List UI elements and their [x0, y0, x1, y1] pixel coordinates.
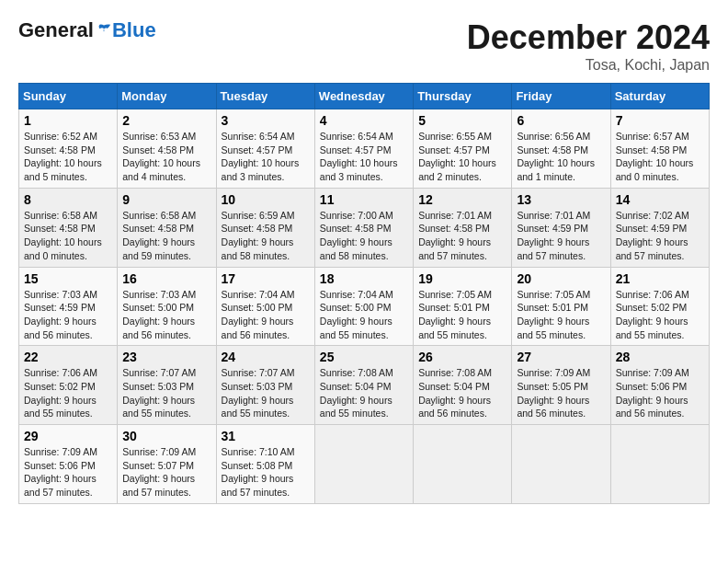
page-header: General Blue December 2024 Tosa, Kochi, …: [18, 18, 710, 74]
calendar-cell: 22Sunrise: 7:06 AMSunset: 5:02 PMDayligh…: [19, 346, 118, 425]
calendar-cell: 24Sunrise: 7:07 AMSunset: 5:03 PMDayligh…: [216, 346, 314, 425]
day-info: Sunrise: 6:55 AMSunset: 4:57 PMDaylight:…: [418, 130, 506, 184]
day-info: Sunrise: 6:54 AMSunset: 4:57 PMDaylight:…: [222, 130, 310, 184]
day-info: Sunrise: 7:03 AMSunset: 4:59 PMDaylight:…: [24, 288, 112, 342]
day-number: 22: [24, 350, 112, 364]
calendar-cell: 26Sunrise: 7:08 AMSunset: 5:04 PMDayligh…: [414, 346, 512, 425]
calendar-cell: 9Sunrise: 6:58 AMSunset: 4:58 PMDaylight…: [118, 188, 216, 267]
day-number: 26: [418, 350, 506, 364]
calendar-cell: 6Sunrise: 6:56 AMSunset: 4:58 PMDaylight…: [512, 109, 610, 189]
day-number: 18: [320, 271, 408, 286]
day-number: 9: [122, 192, 210, 207]
calendar-cell: 16Sunrise: 7:03 AMSunset: 5:00 PMDayligh…: [118, 267, 216, 346]
day-info: Sunrise: 7:02 AMSunset: 4:59 PMDaylight:…: [616, 209, 704, 263]
day-number: 16: [122, 271, 210, 286]
day-number: 2: [122, 113, 210, 128]
day-number: 11: [320, 192, 408, 207]
day-number: 31: [222, 429, 310, 443]
day-number: 27: [517, 350, 605, 364]
day-number: 4: [320, 113, 408, 128]
day-info: Sunrise: 7:09 AMSunset: 5:07 PMDaylight:…: [122, 445, 210, 500]
calendar-cell: 1Sunrise: 6:52 AMSunset: 4:58 PMDaylight…: [19, 109, 118, 189]
calendar-cell: 27Sunrise: 7:09 AMSunset: 5:05 PMDayligh…: [512, 346, 610, 425]
calendar-cell: 20Sunrise: 7:05 AMSunset: 5:01 PMDayligh…: [512, 267, 610, 346]
day-number: 6: [517, 113, 605, 128]
day-info: Sunrise: 6:54 AMSunset: 4:57 PMDaylight:…: [320, 130, 408, 184]
logo-blue: Blue: [112, 18, 156, 42]
day-info: Sunrise: 6:58 AMSunset: 4:58 PMDaylight:…: [24, 209, 112, 263]
day-number: 10: [222, 192, 310, 207]
logo-bird-icon: [96, 22, 112, 39]
day-number: 20: [517, 271, 605, 286]
calendar-cell: 30Sunrise: 7:09 AMSunset: 5:07 PMDayligh…: [118, 425, 216, 504]
calendar-cell: [512, 425, 610, 504]
calendar-row: 22Sunrise: 7:06 AMSunset: 5:02 PMDayligh…: [19, 346, 710, 425]
day-number: 13: [517, 192, 605, 207]
calendar-row: 8Sunrise: 6:58 AMSunset: 4:58 PMDaylight…: [19, 188, 710, 267]
day-number: 21: [616, 271, 704, 286]
day-info: Sunrise: 7:03 AMSunset: 5:00 PMDaylight:…: [122, 288, 210, 342]
day-info: Sunrise: 6:53 AMSunset: 4:58 PMDaylight:…: [122, 130, 210, 184]
day-number: 3: [222, 113, 310, 128]
calendar-cell: 3Sunrise: 6:54 AMSunset: 4:57 PMDaylight…: [216, 109, 314, 189]
calendar-cell: [314, 425, 413, 504]
weekday-header-monday: Monday: [118, 84, 216, 109]
location: Tosa, Kochi, Japan: [467, 57, 710, 74]
calendar-cell: 12Sunrise: 7:01 AMSunset: 4:58 PMDayligh…: [414, 188, 512, 267]
day-info: Sunrise: 7:04 AMSunset: 5:00 PMDaylight:…: [320, 288, 408, 342]
day-info: Sunrise: 7:01 AMSunset: 4:59 PMDaylight:…: [517, 209, 605, 263]
calendar-cell: 8Sunrise: 6:58 AMSunset: 4:58 PMDaylight…: [19, 188, 118, 267]
day-info: Sunrise: 7:08 AMSunset: 5:04 PMDaylight:…: [418, 366, 506, 420]
day-number: 8: [24, 192, 112, 207]
day-info: Sunrise: 6:57 AMSunset: 4:58 PMDaylight:…: [616, 130, 704, 184]
day-info: Sunrise: 7:00 AMSunset: 4:58 PMDaylight:…: [320, 209, 408, 263]
logo-general: General: [18, 18, 94, 42]
calendar-header-row: SundayMondayTuesdayWednesdayThursdayFrid…: [19, 84, 710, 109]
title-block: December 2024 Tosa, Kochi, Japan: [467, 18, 710, 74]
day-info: Sunrise: 7:06 AMSunset: 5:02 PMDaylight:…: [616, 288, 704, 342]
calendar-cell: 17Sunrise: 7:04 AMSunset: 5:00 PMDayligh…: [216, 267, 314, 346]
day-number: 29: [24, 429, 112, 443]
day-number: 19: [418, 271, 506, 286]
calendar-cell: 18Sunrise: 7:04 AMSunset: 5:00 PMDayligh…: [314, 267, 413, 346]
day-info: Sunrise: 7:09 AMSunset: 5:06 PMDaylight:…: [616, 366, 704, 420]
calendar-cell: 13Sunrise: 7:01 AMSunset: 4:59 PMDayligh…: [512, 188, 610, 267]
day-info: Sunrise: 6:59 AMSunset: 4:58 PMDaylight:…: [222, 209, 310, 263]
logo: General Blue: [18, 18, 156, 42]
calendar-cell: 5Sunrise: 6:55 AMSunset: 4:57 PMDaylight…: [414, 109, 512, 189]
calendar-cell: 31Sunrise: 7:10 AMSunset: 5:08 PMDayligh…: [216, 425, 314, 504]
day-info: Sunrise: 6:56 AMSunset: 4:58 PMDaylight:…: [517, 130, 605, 184]
day-number: 30: [122, 429, 210, 443]
calendar-table: SundayMondayTuesdayWednesdayThursdayFrid…: [18, 83, 710, 504]
calendar-cell: 7Sunrise: 6:57 AMSunset: 4:58 PMDaylight…: [610, 109, 709, 189]
day-number: 25: [320, 350, 408, 364]
calendar-cell: 19Sunrise: 7:05 AMSunset: 5:01 PMDayligh…: [414, 267, 512, 346]
day-info: Sunrise: 7:07 AMSunset: 5:03 PMDaylight:…: [122, 366, 210, 420]
day-info: Sunrise: 7:08 AMSunset: 5:04 PMDaylight:…: [320, 366, 408, 420]
calendar-cell: 4Sunrise: 6:54 AMSunset: 4:57 PMDaylight…: [314, 109, 413, 189]
day-info: Sunrise: 7:05 AMSunset: 5:01 PMDaylight:…: [517, 288, 605, 342]
calendar-cell: 28Sunrise: 7:09 AMSunset: 5:06 PMDayligh…: [610, 346, 709, 425]
month-title: December 2024: [467, 18, 710, 57]
day-info: Sunrise: 7:05 AMSunset: 5:01 PMDaylight:…: [418, 288, 506, 342]
day-number: 7: [616, 113, 704, 128]
weekday-header-tuesday: Tuesday: [216, 84, 314, 109]
calendar-cell: 15Sunrise: 7:03 AMSunset: 4:59 PMDayligh…: [19, 267, 118, 346]
calendar-cell: 10Sunrise: 6:59 AMSunset: 4:58 PMDayligh…: [216, 188, 314, 267]
weekday-header-sunday: Sunday: [19, 84, 118, 109]
day-number: 12: [418, 192, 506, 207]
weekday-header-thursday: Thursday: [414, 84, 512, 109]
calendar-cell: 2Sunrise: 6:53 AMSunset: 4:58 PMDaylight…: [118, 109, 216, 189]
calendar-cell: [610, 425, 709, 504]
day-info: Sunrise: 7:06 AMSunset: 5:02 PMDaylight:…: [24, 366, 112, 420]
day-info: Sunrise: 7:07 AMSunset: 5:03 PMDaylight:…: [222, 366, 310, 420]
weekday-header-friday: Friday: [512, 84, 610, 109]
calendar-row: 29Sunrise: 7:09 AMSunset: 5:06 PMDayligh…: [19, 425, 710, 504]
day-number: 1: [24, 113, 112, 128]
day-number: 14: [616, 192, 704, 207]
day-info: Sunrise: 6:52 AMSunset: 4:58 PMDaylight:…: [24, 130, 112, 184]
day-number: 15: [24, 271, 112, 286]
calendar-cell: 21Sunrise: 7:06 AMSunset: 5:02 PMDayligh…: [610, 267, 709, 346]
day-info: Sunrise: 6:58 AMSunset: 4:58 PMDaylight:…: [122, 209, 210, 263]
calendar-cell: 14Sunrise: 7:02 AMSunset: 4:59 PMDayligh…: [610, 188, 709, 267]
